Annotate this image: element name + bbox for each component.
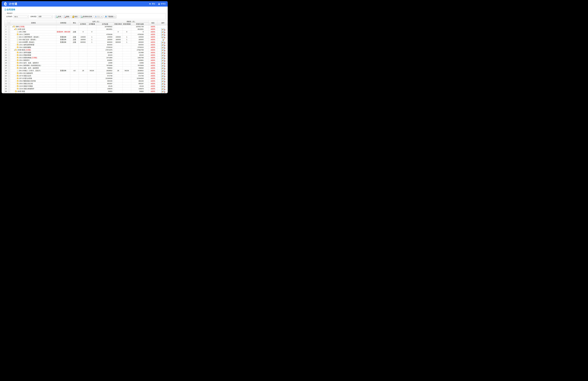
delete-icon[interactable] — [163, 41, 165, 43]
expand-arrow-icon[interactable]: ▷ — [14, 91, 15, 92]
edit-icon[interactable] — [161, 41, 163, 43]
edit-icon[interactable] — [161, 90, 163, 92]
edit-icon[interactable] — [161, 62, 163, 64]
row-checkbox[interactable] — [8, 49, 10, 51]
delete-icon[interactable] — [163, 75, 165, 77]
row-checkbox[interactable] — [8, 88, 10, 90]
edit-icon[interactable] — [161, 31, 163, 33]
delete-button[interactable]: 删除 — [63, 15, 70, 18]
row-checkbox[interactable] — [8, 78, 10, 79]
delete-icon[interactable] — [163, 44, 165, 46]
edit-icon[interactable] — [161, 83, 163, 85]
edit-icon[interactable] — [161, 88, 163, 90]
select-all-checkbox[interactable] — [8, 22, 10, 24]
delete-icon[interactable] — [163, 64, 165, 66]
edit-icon[interactable] — [161, 57, 163, 59]
row-checkbox[interactable] — [8, 85, 10, 87]
collapse-arrow-icon[interactable]: ◢ — [14, 49, 15, 50]
delete-icon[interactable] — [163, 28, 165, 30]
edit-icon[interactable] — [161, 36, 163, 38]
expand-arrow-icon[interactable]: ▷ — [15, 75, 17, 76]
delete-icon[interactable] — [163, 54, 165, 56]
edit-icon[interactable] — [161, 78, 163, 79]
row-checkbox[interactable] — [8, 52, 10, 53]
edit-icon[interactable] — [161, 72, 163, 74]
delete-icon[interactable] — [163, 49, 165, 51]
add-button[interactable]: 新增 — [55, 15, 62, 18]
edit-icon[interactable] — [161, 67, 163, 69]
row-checkbox[interactable] — [8, 39, 10, 41]
delete-icon[interactable] — [163, 67, 165, 69]
row-checkbox[interactable] — [8, 34, 10, 35]
add-supplement-button[interactable]: 新增增补清单 — [80, 15, 93, 18]
edit-icon[interactable] — [161, 93, 163, 93]
delete-icon[interactable] — [163, 90, 165, 92]
edit-icon[interactable] — [161, 34, 163, 35]
row-checkbox[interactable] — [8, 31, 10, 33]
row-checkbox[interactable] — [8, 65, 10, 66]
edit-icon[interactable] — [161, 49, 163, 51]
import-button[interactable]: 导入 ▼ — [94, 15, 103, 18]
row-checkbox[interactable] — [8, 67, 10, 69]
row-checkbox[interactable] — [8, 36, 10, 38]
contract-no-select[interactable]: SG-1 ∨ — [13, 15, 29, 18]
edit-icon[interactable] — [161, 28, 163, 30]
edit-icon[interactable] — [162, 39, 164, 41]
row-checkbox[interactable] — [8, 54, 10, 56]
delete-icon[interactable] — [163, 78, 165, 79]
delete-icon[interactable] — [163, 57, 165, 59]
download-template-button[interactable]: 下载模版 ▼ — [104, 15, 116, 18]
delete-icon[interactable] — [163, 62, 165, 64]
edit-icon[interactable] — [161, 44, 163, 46]
edit-icon[interactable] — [161, 75, 163, 77]
lock-button[interactable]: 锁定 — [71, 15, 79, 18]
edit-icon[interactable] — [161, 52, 163, 54]
expand-arrow-icon[interactable]: ▷ — [15, 78, 17, 79]
delete-icon[interactable] — [163, 70, 165, 72]
expand-arrow-icon[interactable]: ▷ — [15, 60, 17, 61]
delete-icon[interactable] — [163, 88, 165, 90]
row-checkbox[interactable] — [8, 91, 10, 92]
delete-icon[interactable] — [163, 72, 165, 74]
edit-icon[interactable] — [161, 54, 163, 56]
row-checkbox[interactable] — [8, 42, 10, 43]
delete-icon[interactable] — [163, 36, 165, 38]
delete-icon[interactable] — [163, 31, 165, 33]
list-type-select[interactable]: 全部 ∨ — [37, 15, 53, 18]
user-menu[interactable]: 管理员 — [158, 3, 166, 5]
expand-arrow-icon[interactable]: ▷ — [15, 80, 17, 82]
expand-arrow-icon[interactable]: ▷ — [15, 83, 17, 84]
delete-icon[interactable] — [163, 59, 165, 61]
expand-arrow-icon[interactable]: ▷ — [15, 44, 17, 45]
delete-icon[interactable] — [163, 52, 165, 54]
row-checkbox[interactable] — [8, 47, 10, 48]
edit-icon[interactable] — [161, 46, 163, 48]
collapse-arrow-icon[interactable]: ◢ — [14, 29, 15, 30]
expand-arrow-icon[interactable]: ▷ — [15, 54, 17, 56]
delete-icon[interactable] — [163, 83, 165, 85]
row-checkbox[interactable] — [8, 70, 10, 71]
expand-arrow-icon[interactable]: ▷ — [15, 73, 17, 74]
row-checkbox[interactable] — [8, 57, 10, 59]
row-checkbox[interactable] — [8, 26, 10, 27]
expand-arrow-icon[interactable]: ▷ — [15, 88, 17, 89]
edit-icon[interactable] — [161, 80, 163, 82]
expand-arrow-icon[interactable]: ▷ — [15, 67, 17, 69]
edit-icon[interactable] — [161, 64, 163, 66]
expand-arrow-icon[interactable]: ▷ — [15, 52, 17, 53]
notifications-button[interactable]: 通知 — [149, 3, 155, 5]
expand-arrow-icon[interactable]: ▷ — [15, 57, 17, 58]
row-checkbox[interactable] — [8, 44, 10, 46]
row-checkbox[interactable] — [8, 80, 10, 82]
delete-icon[interactable] — [163, 46, 165, 48]
collapse-arrow-icon[interactable]: ◢ — [12, 26, 13, 27]
edit-icon[interactable] — [161, 85, 163, 87]
expand-arrow-icon[interactable]: ▷ — [15, 62, 17, 64]
delete-icon[interactable] — [163, 34, 165, 35]
delete-icon[interactable] — [163, 80, 165, 82]
row-checkbox[interactable] — [8, 29, 10, 30]
expand-arrow-icon[interactable]: ▷ — [15, 47, 17, 48]
row-checkbox[interactable] — [8, 73, 10, 74]
expand-arrow-icon[interactable]: ▷ — [15, 85, 17, 87]
delete-icon[interactable] — [163, 85, 165, 87]
